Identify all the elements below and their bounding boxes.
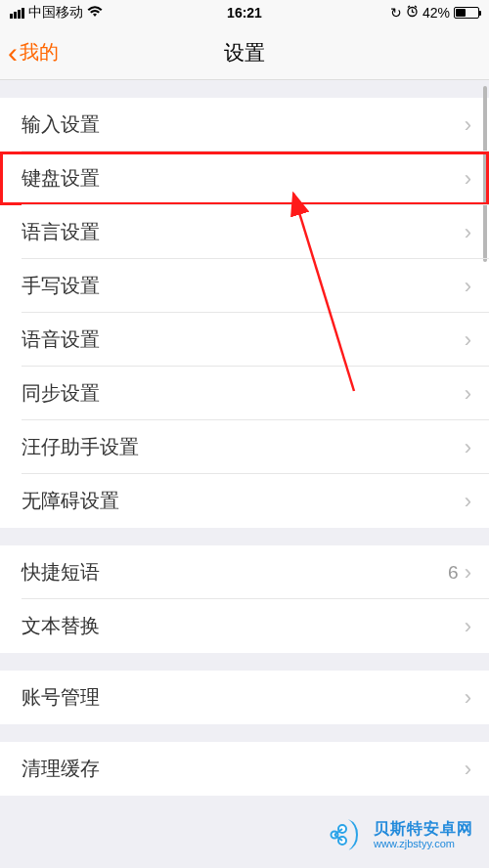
chevron-right-icon: ›: [465, 381, 471, 407]
watermark-url: www.zjbstyy.com: [374, 838, 473, 849]
settings-row[interactable]: 账号管理›: [0, 671, 489, 724]
chevron-left-icon: ‹: [8, 38, 18, 67]
chevron-right-icon: ›: [465, 274, 471, 299]
chevron-right-icon: ›: [465, 220, 471, 245]
loop-icon: ↻: [390, 5, 402, 21]
settings-row[interactable]: 同步设置›: [0, 367, 489, 420]
chevron-right-icon: ›: [465, 757, 471, 782]
back-label: 我的: [20, 39, 59, 65]
status-bar: 中国移动 16:21 ↻ 42%: [0, 0, 489, 25]
page-title: 设置: [224, 39, 265, 66]
row-label: 清理缓存: [22, 756, 465, 782]
settings-row[interactable]: 键盘设置›: [0, 152, 489, 205]
carrier-label: 中国移动: [28, 4, 83, 22]
row-label: 输入设置: [22, 111, 465, 138]
status-time: 16:21: [227, 5, 262, 21]
row-label: 语音设置: [22, 326, 465, 353]
settings-row[interactable]: 语音设置›: [0, 313, 489, 367]
watermark: 贝斯特安卓网 www.zjbstyy.com: [329, 815, 473, 854]
settings-row[interactable]: 手写设置›: [0, 259, 489, 313]
chevron-right-icon: ›: [465, 685, 471, 711]
watermark-title: 贝斯特安卓网: [374, 820, 473, 838]
settings-group: 输入设置›键盘设置›语言设置›手写设置›语音设置›同步设置›汪仔助手设置›无障碍…: [0, 98, 489, 528]
chevron-right-icon: ›: [465, 489, 471, 514]
row-label: 同步设置: [22, 380, 465, 407]
row-label: 键盘设置: [22, 165, 465, 192]
alarm-icon: [406, 5, 419, 21]
settings-row[interactable]: 输入设置›: [0, 98, 489, 152]
battery-pct: 42%: [422, 5, 450, 21]
row-label: 账号管理: [22, 684, 465, 711]
row-label: 无障碍设置: [22, 488, 465, 514]
settings-row[interactable]: 语言设置›: [0, 205, 489, 259]
wifi-icon: [87, 5, 103, 21]
nav-bar: ‹ 我的 设置: [0, 25, 489, 80]
settings-group: 快捷短语6›文本替换›: [0, 545, 489, 653]
settings-row[interactable]: 文本替换›: [0, 599, 489, 653]
row-label: 文本替换: [22, 613, 465, 639]
settings-row[interactable]: 清理缓存›: [0, 742, 489, 796]
watermark-logo-icon: [329, 815, 368, 854]
settings-row[interactable]: 快捷短语6›: [0, 545, 489, 599]
settings-row[interactable]: 无障碍设置›: [0, 474, 489, 528]
status-right: ↻ 42%: [390, 5, 479, 21]
chevron-right-icon: ›: [465, 614, 471, 639]
status-left: 中国移动: [10, 4, 103, 22]
chevron-right-icon: ›: [465, 166, 471, 192]
row-label: 语言设置: [22, 219, 465, 245]
settings-row[interactable]: 汪仔助手设置›: [0, 420, 489, 474]
row-value: 6: [448, 562, 459, 584]
chevron-right-icon: ›: [465, 112, 471, 138]
chevron-right-icon: ›: [465, 560, 471, 586]
signal-icon: [10, 8, 24, 19]
chevron-right-icon: ›: [465, 435, 471, 460]
settings-group: 清理缓存›: [0, 742, 489, 796]
row-label: 汪仔助手设置: [22, 434, 465, 460]
back-button[interactable]: ‹ 我的: [0, 38, 59, 67]
chevron-right-icon: ›: [465, 327, 471, 353]
settings-group: 账号管理›: [0, 671, 489, 724]
row-label: 快捷短语: [22, 559, 448, 586]
battery-icon: [454, 7, 479, 19]
row-label: 手写设置: [22, 273, 465, 299]
